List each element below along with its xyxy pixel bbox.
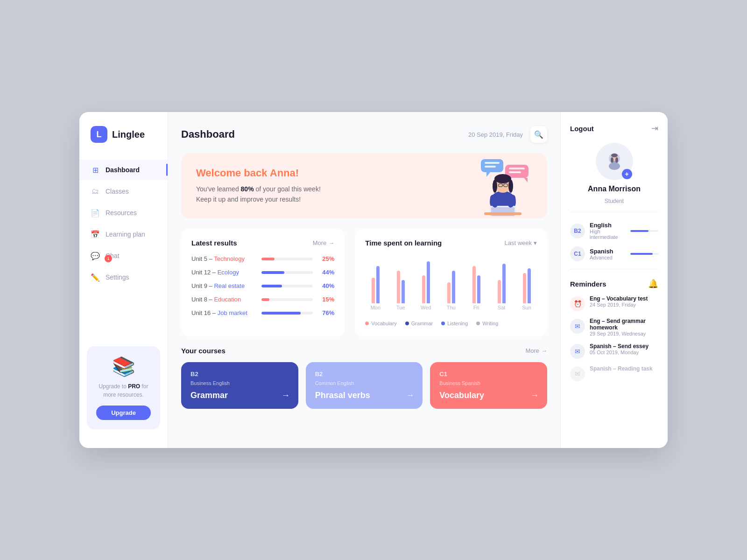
sidebar-item-dashboard[interactable]: ⊞ Dashboard (79, 160, 168, 180)
lang-row-english: B2 English High intermediate (570, 222, 658, 240)
reminder-item-2: ✉ Eng – Send grammar homework 29 Sep 201… (570, 318, 658, 336)
logo-icon: L (91, 126, 107, 143)
logout-icon[interactable]: ⇥ (651, 123, 658, 133)
period-select[interactable]: Last week ▾ (504, 239, 537, 246)
lang-progress-fill-spanish (630, 253, 653, 255)
courses-header: Your courses More → (181, 347, 547, 355)
day-label-fri: Fri (473, 305, 479, 310)
sidebar-item-settings[interactable]: ✏️ Settings (79, 267, 168, 287)
result-pct-2: 44% (317, 269, 334, 276)
lang-level-english: B2 (570, 224, 585, 238)
reminder-name-4: Spanish – Reading task (590, 365, 653, 372)
svg-rect-2 (485, 166, 496, 168)
svg-point-27 (609, 162, 620, 170)
course-name-vocab: Vocabulary (439, 391, 538, 400)
result-pct-5: 76% (317, 309, 334, 316)
legend-label-writing: Writing (482, 321, 498, 326)
results-header: Latest results More → (191, 239, 334, 247)
course-card-vocabulary[interactable]: C1 Business Spanish Vocabulary → (430, 362, 547, 409)
search-button[interactable]: 🔍 (530, 126, 547, 143)
page-title: Dashboard (181, 128, 235, 140)
reminder-date-2: 29 Sep 2019, Wednesay (590, 331, 658, 336)
reminder-date-1: 24 Sep 2019, Friday (590, 302, 648, 308)
girl-svg (458, 155, 533, 216)
logout-row: Logout ⇥ (570, 123, 658, 133)
sidebar-item-classes[interactable]: 🗂 Classes (79, 181, 168, 202)
legend-listening: Listening (441, 321, 468, 326)
sidebar-item-chat[interactable]: 💬 1 Chat (79, 245, 168, 266)
result-pct-3: 40% (317, 282, 334, 289)
avatar-plus-button[interactable]: + (622, 169, 632, 179)
bell-icon[interactable]: 🔔 (648, 279, 658, 289)
courses-more-link[interactable]: More → (525, 347, 547, 354)
day-label-mon: Mon (371, 305, 381, 310)
reminder-icon-spanish-essey: ✉ (570, 344, 585, 359)
day-label-sat: Sat (498, 305, 506, 310)
lang-progress-spanish (630, 253, 658, 255)
courses-section: Your courses More → B2 Business English … (181, 347, 547, 409)
reminder-icon-vocab-test: ⏰ (570, 296, 585, 311)
progress-fill-3 (261, 285, 282, 287)
course-name-phrasal: Phrasal verbs (315, 391, 414, 400)
bar-fri-blue (477, 275, 480, 303)
lang-name-spanish: Spanish (590, 248, 626, 255)
progress-wrap-3 (261, 285, 313, 287)
latest-results-card: Latest results More → Unit 5 – Technolog… (181, 229, 345, 336)
result-label-4: Unit 8 – Education (191, 296, 257, 303)
reminder-name-2: Eng – Send grammar homework (590, 318, 658, 331)
date-display: 20 Sep 2019, Friday (468, 131, 523, 138)
bar-sat-pink (498, 280, 501, 303)
progress-wrap-5 (261, 312, 313, 315)
reminder-info-1: Eng – Vocabulary test 24 Sep 2019, Frida… (590, 295, 648, 308)
sidebar-item-learning-plan[interactable]: 📅 Learning plan (79, 224, 168, 245)
result-label-3: Unit 9 – Real estate (191, 282, 257, 289)
reminder-date-3: 05 Oct 2019, Monday (590, 350, 648, 355)
sidebar-item-resources[interactable]: 📄 Resources (79, 203, 168, 223)
result-pct-4: 15% (317, 296, 334, 303)
results-title: Latest results (191, 239, 237, 247)
bars-mon (372, 252, 380, 303)
app-container: L Linglee ⊞ Dashboard 🗂 Classes 📄 Resour… (79, 112, 668, 448)
reminder-icon-grammar-hw: ✉ (570, 319, 585, 334)
legend-dot-vocabulary (365, 322, 369, 325)
progress-fill-1 (261, 258, 275, 260)
result-label-1: Unit 5 – Technology (191, 255, 257, 262)
day-sat: Sat (491, 252, 512, 313)
course-category-grammar: Business English (190, 380, 289, 386)
profile-role: Student (605, 198, 624, 204)
upgrade-section: 📚 Upgrade to PRO for more resources. Upg… (87, 346, 160, 429)
courses-more-text: More (525, 347, 539, 354)
bars-fri (472, 252, 480, 303)
period-label: Last week (504, 239, 532, 246)
day-tue: Tue (390, 252, 411, 313)
welcome-banner: Welcome back Anna! You've learned 80% of… (181, 153, 547, 218)
course-card-grammar[interactable]: B2 Business English Grammar → (181, 362, 298, 409)
logo-name: Linglee (112, 129, 145, 140)
upgrade-illustration: 📚 (96, 356, 151, 378)
avatar-svg (602, 149, 627, 174)
svg-point-12 (508, 180, 513, 193)
sidebar: L Linglee ⊞ Dashboard 🗂 Classes 📄 Resour… (79, 112, 168, 448)
sidebar-label-learning-plan: Learning plan (106, 231, 145, 238)
time-chart-card: Time spent on learning Last week ▾ Mon (355, 229, 547, 336)
course-card-phrasal[interactable]: B2 Common English Phrasal verbs → (306, 362, 423, 409)
progress-fill-2 (261, 271, 284, 274)
welcome-greeting: Welcome back Anna! (196, 167, 321, 179)
courses-grid: B2 Business English Grammar → B2 Common … (181, 362, 547, 409)
profile-section: + Anna Morrison Student (570, 143, 658, 212)
languages-section: B2 English High intermediate C1 Spanish … (570, 222, 658, 269)
results-more-link[interactable]: More → (313, 239, 335, 246)
sidebar-label-classes: Classes (106, 188, 129, 195)
course-level-grammar: B2 (190, 371, 289, 378)
upgrade-button[interactable]: Upgrade (96, 406, 151, 420)
legend-dot-grammar (405, 322, 409, 325)
logo: L Linglee (79, 126, 168, 160)
reminders-title: Reminders (570, 280, 606, 288)
progress-fill-5 (261, 312, 301, 315)
reminder-info-4: Spanish – Reading task (590, 365, 653, 372)
learning-plan-icon: 📅 (91, 230, 100, 239)
result-row-2: Unit 12 – Ecology 44% (191, 269, 334, 276)
progress-wrap-2 (261, 271, 313, 274)
main-header: Dashboard 20 Sep 2019, Friday 🔍 (181, 126, 547, 143)
courses-title: Your courses (181, 347, 226, 355)
